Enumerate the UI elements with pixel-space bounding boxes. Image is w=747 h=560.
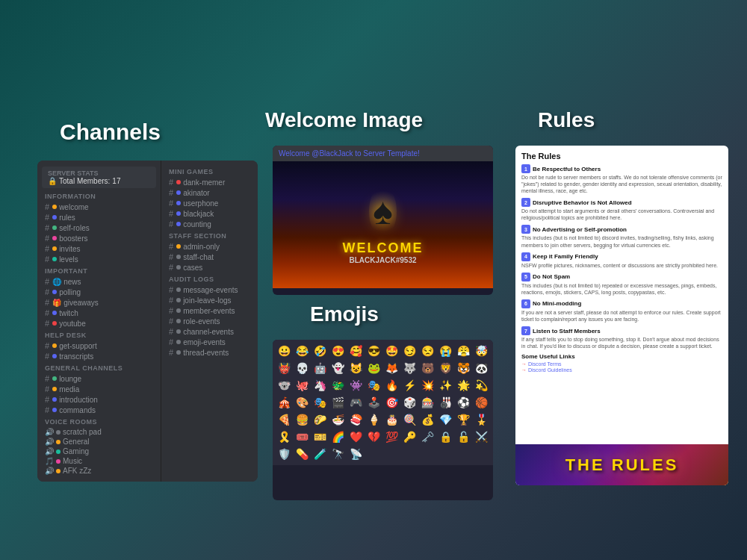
ch-gaming[interactable]: 🔊Gaming (37, 447, 161, 456)
emoji-cell[interactable]: 😀 (276, 343, 292, 359)
emoji-cell[interactable]: 🦄 (311, 377, 328, 393)
ch-self-roles[interactable]: #self-roles (37, 223, 161, 233)
emoji-cell[interactable]: 🌮 (311, 411, 328, 428)
emoji-cell[interactable]: 🎮 (347, 394, 364, 411)
emoji-cell[interactable]: 😺 (347, 360, 364, 376)
emoji-cell[interactable]: 🎯 (383, 394, 400, 411)
ch-giveaways[interactable]: #🎁giveaways (37, 297, 161, 308)
emoji-cell[interactable]: 🦊 (383, 360, 400, 376)
emoji-cell[interactable]: 🤯 (473, 343, 489, 359)
emoji-cell[interactable]: 😂 (294, 343, 310, 359)
ch-transcripts[interactable]: #transcripts (37, 351, 161, 361)
emoji-cell[interactable]: 🎗️ (276, 429, 292, 445)
emoji-cell[interactable]: 🧪 (311, 446, 328, 462)
ch-polling[interactable]: #polling (37, 287, 161, 297)
emoji-cell[interactable]: 🎰 (419, 394, 436, 411)
ch-news[interactable]: #🌐news (37, 276, 161, 287)
emoji-cell[interactable]: 🎪 (276, 394, 292, 411)
emoji-cell[interactable]: 🍜 (329, 411, 346, 428)
emoji-cell[interactable]: 👹 (276, 360, 292, 376)
ch-welcome[interactable]: #welcome (37, 202, 161, 212)
emoji-cell[interactable]: 🐸 (365, 360, 382, 376)
ch-counting[interactable]: #counting (161, 219, 258, 229)
ch-general-voice[interactable]: 🔊General (37, 437, 161, 447)
ch-staff-chat[interactable]: #staff-chat (161, 252, 258, 262)
ch-commands[interactable]: #commands (37, 405, 161, 415)
emoji-cell[interactable]: 🎬 (329, 394, 346, 411)
ch-get-support[interactable]: #get-support (37, 340, 161, 351)
emoji-cell[interactable]: 😍 (329, 343, 346, 359)
emoji-cell[interactable]: 👾 (347, 377, 364, 393)
ch-admin-only[interactable]: #admin-only (161, 241, 258, 252)
emoji-cell[interactable]: 🎟️ (294, 429, 310, 445)
ch-invites[interactable]: #invites (37, 243, 161, 254)
emoji-cell[interactable]: 🐼 (473, 360, 489, 376)
ch-introduction[interactable]: #introduction (37, 394, 161, 405)
emoji-cell[interactable]: 🦁 (437, 360, 453, 376)
emoji-cell[interactable]: 🎲 (401, 394, 418, 411)
emoji-cell[interactable]: 🤣 (311, 343, 328, 359)
emoji-cell[interactable]: 🎫 (311, 429, 328, 445)
ch-emoji-events[interactable]: #emoji-events (161, 337, 258, 347)
ch-thread-events[interactable]: #thread-events (161, 347, 258, 358)
emoji-cell[interactable]: 🐯 (455, 360, 471, 376)
emoji-cell[interactable]: 💫 (473, 377, 489, 393)
emoji-cell[interactable]: 🏆 (455, 411, 471, 428)
emoji-cell[interactable]: 🍣 (347, 411, 364, 428)
emoji-cell[interactable]: ✨ (437, 377, 453, 393)
emoji-cell[interactable]: 🐨 (276, 377, 292, 393)
emoji-cell[interactable]: 🐺 (401, 360, 418, 376)
ch-channel-events[interactable]: #channel-events (161, 326, 258, 337)
ch-twitch[interactable]: #twitch (37, 308, 161, 318)
emoji-cell[interactable]: 😒 (419, 343, 436, 359)
emoji-cell[interactable]: 😏 (401, 343, 418, 359)
emoji-cell[interactable]: 🍕 (276, 411, 292, 428)
discord-terms-link[interactable]: →Discord Terms (521, 361, 722, 367)
discord-guidelines-link[interactable]: →Discord Guidelines (521, 367, 722, 373)
emoji-cell[interactable]: 😎 (365, 343, 382, 359)
ch-scratchpad[interactable]: 🔊scratch pad (37, 427, 161, 437)
emoji-cell[interactable]: 🎭 (311, 394, 328, 411)
emoji-cell[interactable]: 🎨 (294, 394, 310, 411)
emoji-cell[interactable]: 💀 (294, 360, 310, 376)
emoji-cell[interactable]: 🎭 (365, 377, 382, 393)
emoji-cell[interactable]: 💎 (437, 411, 453, 428)
ch-message-events[interactable]: #message-events (161, 284, 258, 295)
emoji-cell[interactable]: 🗝️ (419, 429, 436, 445)
ch-role-events[interactable]: #role-events (161, 316, 258, 326)
emoji-cell[interactable]: 💥 (419, 377, 436, 393)
emoji-cell[interactable]: 🎂 (383, 411, 400, 428)
ch-afk[interactable]: 🔊AFK zZz (37, 466, 161, 476)
emoji-cell[interactable]: 🥰 (347, 343, 364, 359)
emoji-cell[interactable]: 📡 (347, 446, 364, 462)
ch-userphone[interactable]: #userphone (161, 198, 258, 208)
emoji-cell[interactable]: 😭 (437, 343, 453, 359)
ch-boosters[interactable]: #boosters (37, 233, 161, 243)
emoji-cell[interactable]: 🔑 (401, 429, 418, 445)
emoji-cell[interactable]: 💰 (419, 411, 436, 428)
emoji-cell[interactable]: 🎖️ (473, 411, 489, 428)
emoji-cell[interactable]: 🔓 (455, 429, 471, 445)
ch-join-leave-logs[interactable]: #join-leave-logs (161, 295, 258, 305)
emoji-cell[interactable]: 🐙 (294, 377, 310, 393)
ch-media[interactable]: #media (37, 384, 161, 394)
ch-blackjack[interactable]: #blackjack (161, 208, 258, 219)
emoji-cell[interactable]: 🍔 (294, 411, 310, 428)
ch-cases[interactable]: #cases (161, 262, 258, 273)
emoji-cell[interactable]: 🤖 (311, 360, 328, 376)
ch-rules[interactable]: #rules (37, 212, 161, 223)
emoji-cell[interactable]: 🍭 (401, 411, 418, 428)
emoji-cell[interactable]: 🕹️ (365, 394, 382, 411)
ch-youtube[interactable]: #youtube (37, 318, 161, 329)
emoji-cell[interactable]: 💯 (383, 429, 400, 445)
emoji-cell[interactable]: ⚔️ (473, 429, 489, 445)
emoji-cell[interactable]: 🍦 (365, 411, 382, 428)
emoji-cell[interactable]: ⚡ (401, 377, 418, 393)
ch-lounge[interactable]: #lounge (37, 373, 161, 384)
ch-akinator[interactable]: #akinator (161, 187, 258, 198)
ch-music[interactable]: 🎵Music (37, 456, 161, 466)
emoji-cell[interactable]: 🎳 (437, 394, 453, 411)
emoji-cell[interactable]: 🌈 (329, 429, 346, 445)
emoji-cell[interactable]: 😤 (455, 343, 471, 359)
emoji-cell[interactable]: 🏀 (473, 394, 489, 411)
